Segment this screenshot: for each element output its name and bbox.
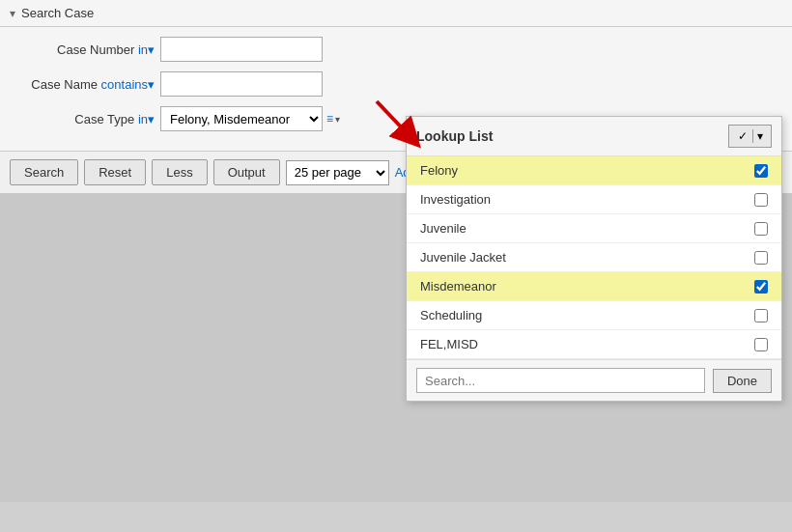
case-number-row: Case Number in▾ bbox=[19, 37, 773, 62]
case-type-label: Case Type in▾ bbox=[19, 112, 155, 126]
case-name-filter[interactable]: contains▾ bbox=[101, 77, 155, 92]
lookup-item-checkbox[interactable] bbox=[754, 309, 768, 322]
case-type-select[interactable]: Felony, Misdemeanor bbox=[160, 106, 323, 131]
lookup-title: Lookup List bbox=[416, 128, 493, 144]
lookup-item-checkbox[interactable] bbox=[754, 251, 768, 265]
lookup-search-input[interactable] bbox=[416, 368, 705, 393]
case-number-filter[interactable]: in▾ bbox=[138, 42, 155, 57]
lookup-item[interactable]: FEL,MISD bbox=[407, 330, 781, 359]
search-button[interactable]: Search bbox=[10, 159, 78, 185]
lookup-item[interactable]: Investigation bbox=[407, 185, 781, 214]
lookup-item-label: Misdemeanor bbox=[420, 279, 496, 294]
collapse-icon[interactable]: ▾ bbox=[10, 7, 15, 20]
lookup-item[interactable]: Felony bbox=[407, 156, 781, 185]
case-number-label: Case Number in▾ bbox=[19, 42, 155, 57]
page-title: Search Case bbox=[21, 6, 94, 20]
lookup-item-checkbox[interactable] bbox=[754, 193, 768, 207]
lookup-item-checkbox[interactable] bbox=[754, 338, 768, 351]
case-type-filter[interactable]: in▾ bbox=[138, 112, 155, 126]
case-name-input[interactable] bbox=[160, 71, 323, 97]
reset-button[interactable]: Reset bbox=[84, 159, 146, 185]
lookup-item-checkbox[interactable] bbox=[754, 222, 768, 236]
lookup-item-checkbox[interactable] bbox=[754, 280, 768, 294]
per-page-select[interactable]: 25 per page 50 per page 100 per page bbox=[286, 160, 389, 185]
lookup-item[interactable]: Scheduling bbox=[407, 301, 781, 330]
case-number-input[interactable] bbox=[160, 37, 323, 62]
page-header: ▾ Search Case bbox=[0, 0, 792, 27]
lookup-item-checkbox[interactable] bbox=[754, 164, 768, 178]
lookup-list: FelonyInvestigationJuvenileJuvenile Jack… bbox=[407, 156, 781, 359]
check-icon: ✓ bbox=[733, 129, 753, 143]
lookup-footer: Done bbox=[407, 359, 781, 401]
lookup-check-button[interactable]: ✓ ▾ bbox=[728, 125, 772, 148]
lookup-item-label: Juvenile Jacket bbox=[420, 250, 506, 265]
output-button[interactable]: Output bbox=[213, 159, 280, 185]
lookup-item[interactable]: Misdemeanor bbox=[407, 272, 781, 301]
lookup-icon: ≡ bbox=[326, 112, 333, 126]
lookup-trigger[interactable]: ≡ ▾ bbox=[326, 112, 340, 126]
lookup-item-label: Investigation bbox=[420, 192, 491, 207]
lookup-item-label: Scheduling bbox=[420, 308, 482, 322]
case-name-label: Case Name contains▾ bbox=[19, 77, 155, 92]
less-button[interactable]: Less bbox=[152, 159, 207, 185]
lookup-item[interactable]: Juvenile Jacket bbox=[407, 243, 781, 272]
lookup-item-label: FEL,MISD bbox=[420, 337, 478, 351]
lookup-header: Lookup List ✓ ▾ bbox=[407, 117, 781, 156]
lookup-done-button[interactable]: Done bbox=[713, 369, 772, 393]
lookup-popup: Lookup List ✓ ▾ FelonyInvestigationJuven… bbox=[406, 116, 782, 402]
lookup-arrow-icon: ▾ bbox=[335, 114, 340, 125]
lookup-item-label: Juvenile bbox=[420, 221, 467, 236]
check-dropdown-icon: ▾ bbox=[753, 129, 767, 143]
lookup-item[interactable]: Juvenile bbox=[407, 214, 781, 243]
case-name-row: Case Name contains▾ bbox=[19, 71, 773, 97]
lookup-item-label: Felony bbox=[420, 163, 458, 178]
